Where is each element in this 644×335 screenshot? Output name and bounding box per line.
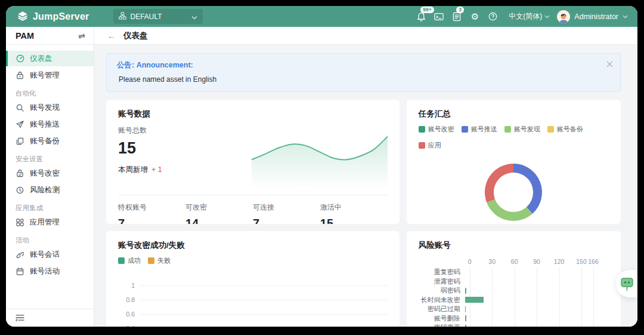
risk-accounts-card: 风险账号 0306090120150166 重复密码泄露密码弱密码长时间未改密密… (407, 231, 621, 327)
y-tick-label: 0.6 (118, 311, 135, 318)
x-tick-label: 90 (533, 258, 540, 265)
sidebar-item-backup[interactable]: 账号备份 (6, 133, 94, 149)
sidebar-item-dashboard[interactable]: 仪表盘 (6, 51, 94, 66)
legend-item[interactable]: 账号发现 (504, 125, 540, 134)
top-header: JumpServer DEFAULT 9 (6, 6, 637, 27)
switch-view-icon[interactable]: ⇌ (78, 31, 85, 41)
x-tick-label: 150 (576, 258, 587, 265)
pwd-change-title: 账号改密成功/失败 (118, 240, 388, 251)
account-total-label: 账号总数 (118, 125, 162, 136)
terminal-icon[interactable] (431, 9, 447, 24)
sidebar-item-lock[interactable]: 账号管理 (6, 67, 94, 83)
back-arrow-icon[interactable]: ← (107, 32, 116, 40)
account-totals: 账号总数 15 本周新增+ 1 (118, 125, 162, 191)
risk-bar-track (465, 306, 593, 312)
sidebar-menu: 仪表盘账号管理自动化账号发现账号推送账号备份安全设置账号改密风险检测应用集成应用… (6, 45, 94, 279)
close-icon[interactable] (606, 59, 614, 66)
dashboard-content: 公告: Announcement: Please named asset in … (94, 45, 637, 327)
stat-label: 可改密 (185, 202, 253, 213)
sidebar-item-key-edit[interactable]: 账号改密 (6, 165, 94, 181)
collapse-sidebar-icon[interactable] (16, 313, 24, 324)
risk-category-label: 长时间未改密 (419, 296, 465, 305)
weekly-new: 本周新增+ 1 (118, 165, 162, 175)
account-stats-row: 特权账号7可改密14可连接7激活中15 (118, 202, 388, 224)
layers-logo-icon (17, 10, 29, 24)
risk-category-label: 重复密码 (419, 268, 465, 276)
task-summary-legend: 账号改密账号推送账号发现账号备份应用 (419, 125, 609, 150)
pwd-change-chart: 10.80.60.4 (118, 278, 388, 327)
risk-bar (465, 325, 467, 327)
help-icon[interactable] (485, 9, 500, 24)
jumpserver-logo[interactable]: JumpServer (17, 10, 89, 24)
legend-label: 应用 (428, 141, 441, 150)
sidebar: PAM ⇌ 仪表盘账号管理自动化账号发现账号推送账号备份安全设置账号改密风险检测… (6, 27, 94, 327)
legend-swatch (148, 257, 154, 264)
stat-label: 特权账号 (118, 202, 185, 213)
risk-x-axis: 0306090120150166 (470, 258, 593, 268)
sidebar-item-link[interactable]: 账号会话 (6, 247, 94, 262)
sidebar-item-send[interactable]: 账号推送 (6, 116, 94, 132)
legend-item[interactable]: 账号推送 (462, 125, 497, 134)
calendar-icon (16, 267, 24, 276)
chevron-down-icon (191, 11, 197, 22)
stat-value: 15 (320, 217, 388, 224)
legend-item[interactable]: 账号改密 (419, 125, 454, 134)
sidebar-header: PAM ⇌ (6, 27, 94, 45)
legend-swatch (504, 126, 511, 133)
stat-label: 激活中 (320, 202, 388, 213)
user-name: Administrator (574, 13, 618, 21)
sidebar-item-label: 应用管理 (30, 217, 60, 228)
language-selector[interactable]: 中文(简体) (509, 11, 550, 21)
sidebar-item-label: 账号会话 (30, 250, 60, 260)
risk-bar (465, 315, 467, 321)
risk-row: 长时间未改密 (419, 296, 609, 305)
risk-bar (465, 288, 467, 294)
sidebar-item-label: 账号备份 (30, 136, 60, 146)
account-data-title: 账号数据 (118, 109, 388, 119)
org-selector[interactable]: DEFAULT (113, 9, 203, 24)
risk-rows: 重复密码泄露密码弱密码长时间未改密密码已过期账号删除密钥变更 (419, 268, 609, 327)
legend-label: 失败 (157, 256, 171, 265)
risk-category-label: 弱密码 (419, 286, 465, 295)
backup-icon (16, 137, 24, 146)
sidebar-item-risk[interactable]: 风险检测 (6, 182, 94, 198)
x-tick-label: 166 (588, 258, 599, 265)
legend-swatch (419, 126, 425, 133)
bell-icon[interactable]: 99+ (413, 9, 429, 24)
sidebar-item-calendar[interactable]: 账号活动 (6, 263, 94, 279)
risk-bar (465, 306, 466, 312)
legend-item[interactable]: 成功 (118, 256, 141, 265)
sidebar-item-label: 账号改密 (30, 168, 60, 179)
risk-category-label: 密钥变更 (419, 323, 465, 327)
ticket-list-icon[interactable]: 3 (449, 9, 465, 24)
sidebar-item-apps[interactable]: 应用管理 (6, 214, 94, 230)
page-title: 仪表盘 (123, 30, 148, 41)
user-menu[interactable]: Administrator (557, 10, 628, 23)
risk-row: 弱密码 (419, 286, 609, 296)
legend-label: 账号推送 (471, 125, 497, 134)
legend-item[interactable]: 账号备份 (547, 125, 583, 134)
gear-icon[interactable]: ⚙ (467, 9, 482, 24)
legend-swatch (118, 257, 125, 264)
risk-icon (16, 186, 24, 195)
sidebar-item-search[interactable]: 账号发现 (6, 100, 94, 115)
header-actions: 99+ 3 ⚙ (413, 9, 628, 24)
dashboard-icon (16, 54, 24, 63)
task-summary-donut-chart (419, 157, 609, 224)
account-stat: 可连接7 (253, 202, 320, 224)
pwd-change-card: 账号改密成功/失败 成功失败 10.80.60.4 (106, 231, 400, 327)
donut-segment-账号发现 (487, 199, 532, 221)
stat-value: 14 (185, 217, 253, 224)
risk-row: 密码已过期 (419, 305, 609, 314)
account-data-card: 账号数据 账号总数 15 本周新增+ 1 (106, 100, 400, 224)
legend-label: 账号发现 (514, 125, 540, 134)
y-grid-row: 0.8 (118, 293, 388, 307)
sidebar-section-label: 安全设置 (6, 150, 94, 164)
gridline (141, 285, 388, 286)
legend-item[interactable]: 应用 (419, 141, 441, 150)
sidebar-section-label: 应用集成 (6, 199, 94, 213)
sidebar-item-label: 账号推送 (30, 119, 60, 130)
sidebar-footer (6, 309, 94, 327)
legend-item[interactable]: 失败 (148, 256, 171, 265)
y-tick-label: 1 (118, 282, 135, 289)
